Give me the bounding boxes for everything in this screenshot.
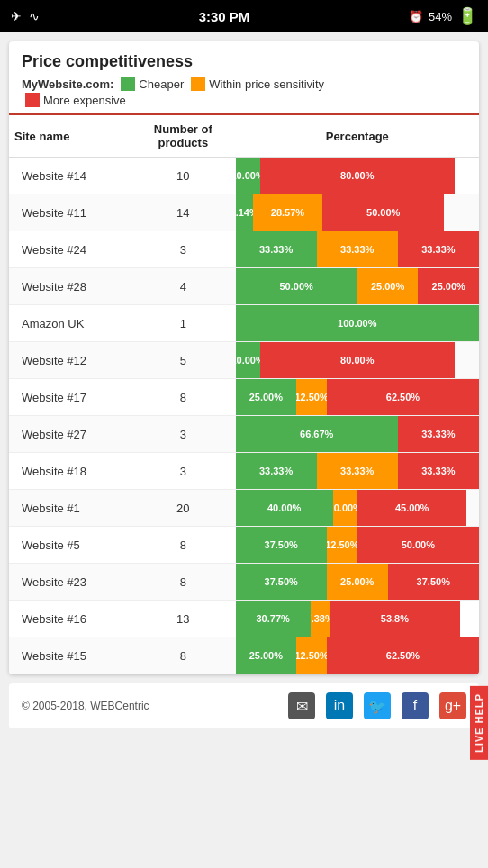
percentage-bar-cell: 37.50%12.50%50.00%: [236, 527, 479, 564]
products-cell: 10: [131, 158, 235, 194]
site-name-cell: Website #27: [9, 416, 131, 453]
table-wrap: Site name Number of products Percentage …: [9, 115, 479, 674]
bar-segment: 37.50%: [388, 564, 479, 600]
linkedin-icon[interactable]: in: [326, 692, 353, 719]
bar-segment: 33.33%: [398, 453, 479, 489]
bar-segment: 50.00%: [357, 527, 479, 563]
bar-segment: 66.67%: [236, 416, 398, 452]
copyright: © 2005-2018, WEBCentric: [22, 700, 149, 712]
products-cell: 14: [131, 194, 235, 231]
site-name-cell: Website #14: [9, 158, 131, 194]
percentage-bar: 25.00%12.50%62.50%: [236, 379, 479, 415]
site-name-cell: Amazon UK: [9, 305, 131, 342]
table-row: Website #161330.77%7.38%53.8%: [9, 601, 479, 637]
percentage-bar-cell: 10.00%80.00%: [236, 158, 479, 194]
percentage-bar-cell: 30.77%7.38%53.8%: [236, 601, 479, 637]
percentage-bar-cell: 33.33%33.33%33.33%: [236, 453, 479, 490]
legend-site: MyWebsite.com:: [22, 77, 113, 91]
status-bar: ✈ ∿ 3:30 PM ⏰ 54% 🔋: [0, 0, 488, 32]
bar-segment: 33.33%: [317, 231, 398, 267]
products-cell: 8: [131, 527, 235, 564]
products-cell: 20: [131, 490, 235, 527]
site-name-cell: Website #15: [9, 637, 131, 674]
percentage-bar-cell: 25.00%12.50%62.50%: [236, 379, 479, 416]
bar-segment: 33.33%: [236, 231, 317, 267]
bar-segment: 25.00%: [236, 637, 297, 674]
col-percentage: Percentage: [236, 115, 479, 158]
percentage-bar: 100.00%: [236, 305, 479, 341]
products-cell: 3: [131, 453, 235, 490]
bar-segment: 25.00%: [418, 268, 479, 304]
email-icon[interactable]: ✉: [288, 692, 315, 719]
bar-segment: 7.14%: [236, 194, 253, 231]
price-competitiveness-card: Price competitiveness MyWebsite.com: Che…: [9, 41, 479, 674]
facebook-icon[interactable]: f: [402, 692, 429, 719]
alarm-icon: ⏰: [409, 10, 423, 23]
table-row: Amazon UK1100.00%: [9, 305, 479, 342]
legend: MyWebsite.com: Cheaper Within price sens…: [22, 77, 466, 91]
products-cell: 8: [131, 379, 235, 416]
bar-segment: 80.00%: [260, 158, 455, 194]
percentage-bar-cell: 40.00%10.00%45.00%: [236, 490, 479, 527]
table-row: Website #12040.00%10.00%45.00%: [9, 490, 479, 527]
data-table: Site name Number of products Percentage …: [9, 115, 479, 674]
status-right: ⏰ 54% 🔋: [409, 6, 477, 26]
percentage-bar-cell: 37.50%25.00%37.50%: [236, 564, 479, 601]
table-row: Website #24333.33%33.33%33.33%: [9, 231, 479, 268]
card-header: Price competitiveness MyWebsite.com: Che…: [9, 41, 479, 115]
site-name-cell: Website #28: [9, 268, 131, 305]
bar-segment: 12.50%: [296, 379, 327, 415]
site-name-cell: Website #1: [9, 490, 131, 527]
bar-segment: 33.33%: [398, 231, 479, 267]
live-help-button[interactable]: LIVE HELP: [470, 686, 488, 760]
products-cell: 3: [131, 231, 235, 268]
within-legend-label: Within price sensitivity: [209, 77, 324, 91]
expensive-legend-label: More expensive: [43, 94, 126, 107]
percentage-bar: 33.33%33.33%33.33%: [236, 231, 479, 267]
products-cell: 8: [131, 564, 235, 601]
percentage-bar-cell: 33.33%33.33%33.33%: [236, 231, 479, 268]
battery-percent: 54%: [429, 10, 452, 23]
site-name-cell: Website #5: [9, 527, 131, 564]
battery-icon: 🔋: [457, 6, 477, 26]
site-name-cell: Website #24: [9, 231, 131, 268]
footer: © 2005-2018, WEBCentric ✉ in 🐦 f g+: [9, 683, 479, 728]
col-products: Number of products: [131, 115, 235, 158]
table-row: Website #17825.00%12.50%62.50%: [9, 379, 479, 416]
percentage-bar: 10.00%80.00%: [236, 342, 479, 378]
percentage-bar: 50.00%25.00%25.00%: [236, 268, 479, 304]
bar-segment: 25.00%: [357, 268, 419, 304]
bar-segment: 40.00%: [236, 490, 333, 526]
bar-segment: 50.00%: [322, 194, 444, 231]
bar-segment: 33.33%: [398, 416, 479, 452]
cheaper-legend-dot: [121, 77, 135, 91]
products-cell: 3: [131, 416, 235, 453]
products-cell: 13: [131, 601, 235, 637]
percentage-bar: 66.67%33.33%: [236, 416, 479, 452]
legend-row2: More expensive: [22, 93, 466, 107]
percentage-bar: 37.50%12.50%50.00%: [236, 527, 479, 563]
status-time: 3:30 PM: [199, 9, 250, 24]
table-row: Website #15825.00%12.50%62.50%: [9, 637, 479, 674]
gplus-icon[interactable]: g+: [439, 692, 466, 719]
expensive-legend-dot: [25, 93, 40, 107]
twitter-icon[interactable]: 🐦: [364, 692, 391, 719]
within-legend-dot: [191, 77, 205, 91]
percentage-bar-cell: 7.14%28.57%50.00%: [236, 194, 479, 231]
percentage-bar: 37.50%25.00%37.50%: [236, 564, 479, 600]
percentage-bar: 33.33%33.33%33.33%: [236, 453, 479, 489]
table-row: Website #28450.00%25.00%25.00%: [9, 268, 479, 305]
bar-segment: 37.50%: [236, 564, 327, 600]
percentage-bar-cell: 10.00%80.00%: [236, 342, 479, 379]
bar-segment: 62.50%: [327, 379, 479, 415]
bar-segment: 33.33%: [236, 453, 317, 489]
table-row: Website #12510.00%80.00%: [9, 342, 479, 379]
percentage-bar-cell: 66.67%33.33%: [236, 416, 479, 453]
bar-segment: 12.50%: [296, 637, 327, 674]
bar-segment: 12.50%: [327, 527, 357, 563]
wifi-icon: ∿: [29, 9, 40, 23]
products-cell: 1: [131, 305, 235, 342]
table-row: Website #18333.33%33.33%33.33%: [9, 453, 479, 490]
bar-segment: 10.00%: [333, 490, 357, 526]
bar-segment: 25.00%: [236, 379, 297, 415]
